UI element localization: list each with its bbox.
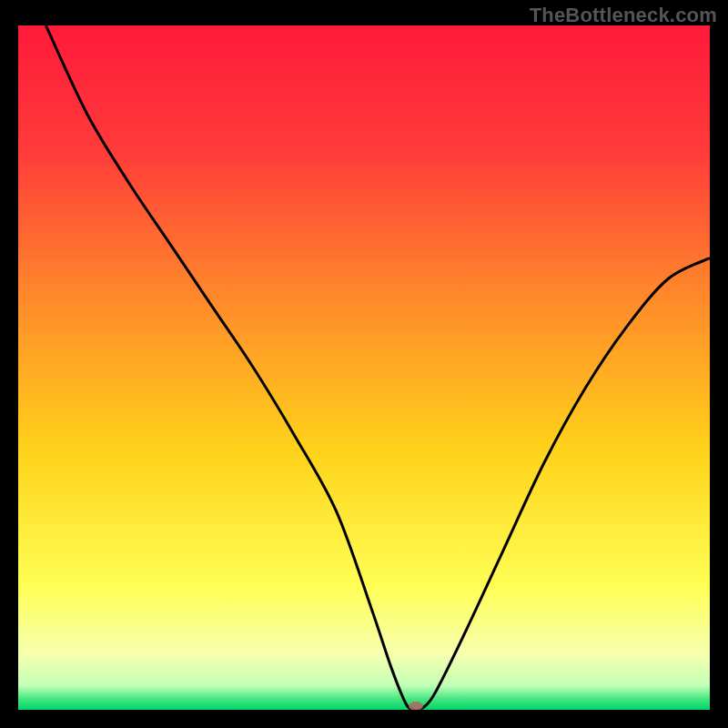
watermark-text: TheBottleneck.com (530, 4, 717, 27)
plot-area (18, 25, 710, 710)
chart-frame: TheBottleneck.com (0, 0, 728, 728)
chart-svg (18, 25, 710, 710)
gradient-background (18, 25, 710, 710)
